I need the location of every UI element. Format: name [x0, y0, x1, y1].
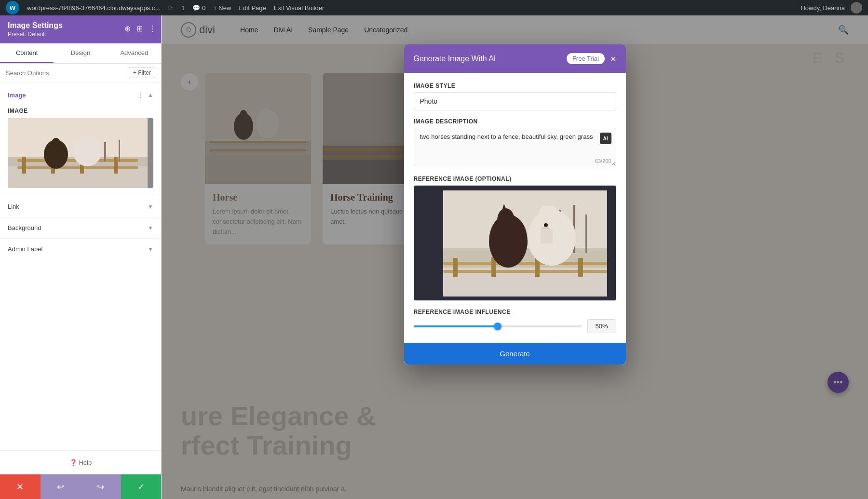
- generate-image-modal: Generate Image With AI Free Trial × Imag…: [404, 44, 626, 364]
- svg-rect-48: [578, 258, 583, 277]
- user-avatar[interactable]: [851, 2, 862, 13]
- modal-header: Generate Image With AI Free Trial ×: [404, 44, 626, 73]
- svg-rect-41: [585, 215, 587, 253]
- generate-button[interactable]: Generate: [404, 343, 626, 364]
- wp-admin-bar: W wordpress-784896-3766464.cloudwaysapps…: [0, 0, 868, 15]
- undo-button[interactable]: ↩: [41, 474, 81, 499]
- svg-rect-4: [17, 166, 138, 169]
- comments-icon[interactable]: 💬 0: [192, 4, 205, 12]
- image-section-chevron[interactable]: ▲: [148, 92, 153, 98]
- save-button[interactable]: ✓: [121, 474, 162, 499]
- help-label: Help: [79, 459, 92, 466]
- help-link[interactable]: ❓ Help: [69, 459, 92, 466]
- howdy-text: Howdy, Deanna: [800, 4, 845, 12]
- sidebar-content: Image ⋮ ▲ Image: [0, 82, 161, 450]
- reference-image: [414, 186, 616, 300]
- description-wrapper: AI 63/200: [414, 128, 616, 168]
- sidebar-tabs: Content Design Advanced: [0, 43, 161, 64]
- influence-slider-container: [414, 322, 582, 331]
- tab-advanced[interactable]: Advanced: [108, 43, 161, 63]
- svg-rect-2: [8, 166, 148, 188]
- admin-label-section-header[interactable]: Admin Label ▼: [0, 239, 161, 259]
- svg-point-50: [497, 208, 515, 232]
- svg-rect-5: [22, 157, 26, 174]
- sidebar-search-area: + Filter: [0, 64, 161, 82]
- tab-design[interactable]: Design: [54, 43, 107, 63]
- link-section-chevron[interactable]: ▼: [148, 203, 153, 210]
- modal-close-button[interactable]: ×: [610, 54, 616, 64]
- link-section-header[interactable]: Link ▼: [0, 196, 161, 217]
- influence-section: Reference Image Influence 50%: [414, 309, 616, 333]
- image-preview-area: Image: [0, 104, 161, 196]
- svg-point-12: [81, 135, 91, 149]
- ai-badge: AI: [600, 133, 611, 144]
- site-url[interactable]: wordpress-784896-3766464.cloudwaysapps.c…: [27, 4, 160, 12]
- refresh-count[interactable]: 1: [181, 4, 185, 12]
- modal-title: Generate Image With AI: [414, 54, 496, 63]
- background-section-chevron[interactable]: ▼: [148, 225, 153, 231]
- admin-bar-right: Howdy, Deanna: [800, 2, 862, 13]
- svg-rect-58: [541, 229, 553, 243]
- wp-logo-letter: W: [10, 4, 15, 12]
- influence-value: 50%: [587, 319, 616, 333]
- influence-slider-thumb[interactable]: [494, 323, 502, 330]
- sidebar-icon-target[interactable]: ⊕: [123, 23, 132, 34]
- image-section-more[interactable]: ⋮: [137, 91, 144, 99]
- modal-overlay: Generate Image With AI Free Trial × Imag…: [162, 15, 868, 499]
- tab-content[interactable]: Content: [0, 43, 54, 63]
- wp-logo[interactable]: W: [6, 1, 19, 14]
- free-trial-badge[interactable]: Free Trial: [567, 53, 605, 64]
- modal-header-right: Free Trial ×: [567, 53, 616, 64]
- image-section-actions: ⋮ ▲: [137, 91, 153, 99]
- help-icon: ❓: [69, 459, 77, 466]
- redo-button[interactable]: ↪: [81, 474, 121, 499]
- sidebar-footer: ❓ Help: [0, 450, 161, 474]
- exit-builder-button[interactable]: Exit Visual Builder: [274, 4, 325, 12]
- description-textarea[interactable]: [414, 128, 616, 166]
- sidebar-bottom-bar: ✕ ↩ ↪ ✓: [0, 474, 161, 499]
- image-section-header[interactable]: Image ⋮ ▲: [0, 86, 161, 104]
- modal-body: Image Style Photo Illustration Painting …: [404, 73, 626, 343]
- admin-label-section: Admin Label ▼: [0, 238, 161, 259]
- close-button[interactable]: ✕: [0, 474, 41, 499]
- char-count: 63/200: [595, 158, 611, 164]
- background-section: Background ▼: [0, 217, 161, 238]
- influence-slider-fill: [414, 325, 498, 327]
- svg-rect-16: [119, 140, 120, 162]
- image-style-select[interactable]: Photo Illustration Painting Digital Art …: [414, 92, 616, 110]
- sidebar: Image Settings Preset: Default ⊕ ⊞ ⋮ Con…: [0, 15, 162, 499]
- new-button[interactable]: + New: [213, 4, 231, 12]
- search-input[interactable]: [6, 69, 125, 77]
- svg-point-56: [544, 223, 548, 227]
- image-section-title: Image: [8, 92, 26, 99]
- description-label: Image Description: [414, 118, 616, 125]
- sidebar-icon-more[interactable]: ⋮: [148, 23, 157, 34]
- edit-page-button[interactable]: Edit Page: [239, 4, 266, 12]
- image-preview[interactable]: [8, 118, 153, 188]
- svg-point-53: [539, 203, 558, 230]
- svg-rect-15: [104, 142, 106, 162]
- svg-rect-45: [453, 258, 458, 277]
- sidebar-header: Image Settings Preset: Default ⊕ ⊞ ⋮: [0, 15, 161, 43]
- admin-label-section-title: Admin Label: [8, 245, 42, 253]
- sidebar-icon-layout[interactable]: ⊞: [136, 23, 144, 34]
- admin-label-section-chevron[interactable]: ▼: [148, 246, 153, 253]
- svg-rect-8: [114, 157, 118, 174]
- svg-point-10: [51, 138, 61, 151]
- link-section-title: Link: [8, 203, 19, 210]
- image-label: Image: [8, 108, 153, 114]
- filter-button[interactable]: + Filter: [129, 67, 155, 78]
- influence-label: Reference Image Influence: [414, 309, 616, 315]
- reference-image-area[interactable]: [414, 185, 616, 301]
- background-section-title: Background: [8, 224, 41, 231]
- image-style-label: Image Style: [414, 82, 616, 89]
- reference-image-label: Reference Image (Optional): [414, 175, 616, 182]
- link-section: Link ▼: [0, 196, 161, 217]
- influence-row: 50%: [414, 319, 616, 333]
- sidebar-header-icons: ⊕ ⊞ ⋮: [123, 23, 157, 34]
- background-section-header[interactable]: Background ▼: [0, 217, 161, 238]
